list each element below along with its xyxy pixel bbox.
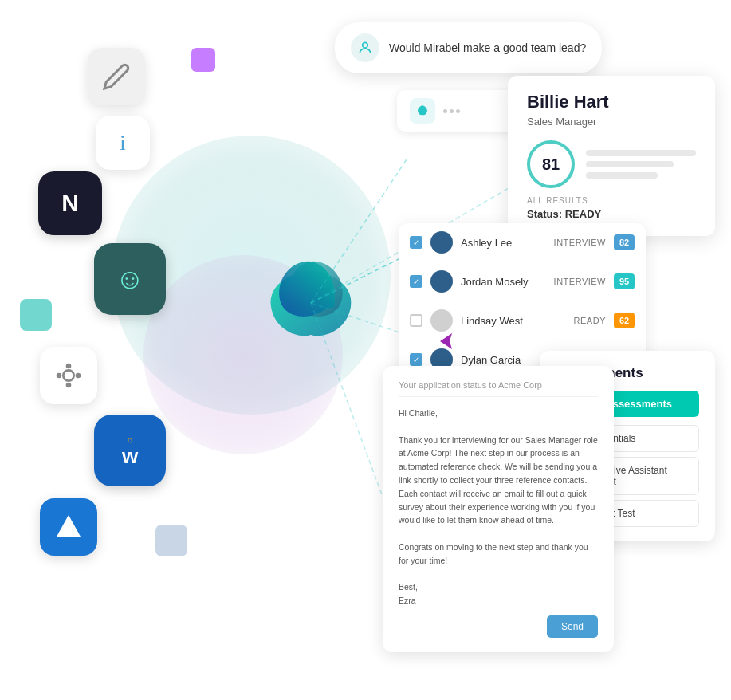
candidate-row[interactable]: Lindsay West READY 62 (399, 301, 646, 340)
app-icon-info: i (96, 116, 150, 170)
score-line-1 (586, 150, 696, 156)
svg-point-2 (67, 383, 70, 387)
score-lines (586, 150, 696, 179)
svg-point-0 (63, 370, 73, 380)
status-value: READY (565, 208, 602, 220)
gray-decoration (155, 525, 187, 556)
score-line-2 (586, 161, 674, 167)
app-icon-w: ☼ w (94, 415, 166, 486)
chat-question: Would Mirabel make a good team lead? (389, 41, 586, 54)
candidate-avatar (430, 309, 453, 332)
candidate-status: INTERVIEW (554, 277, 606, 286)
candidate-name: Jordan Mosely (461, 276, 546, 288)
candidate-score: 62 (614, 313, 635, 328)
svg-point-11 (363, 42, 368, 48)
candidate-name: Lindsay West (461, 315, 566, 327)
svg-point-1 (67, 364, 70, 368)
score-circle: 81 (527, 140, 575, 188)
arrow-pointer (440, 333, 456, 352)
candidate-row[interactable]: Jordan Mosely INTERVIEW 95 (399, 262, 646, 301)
status-label: Status: (527, 208, 562, 220)
candidate-row[interactable]: Ashley Lee INTERVIEW 82 (399, 223, 646, 262)
candidate-avatar (430, 231, 453, 254)
score-line-3 (586, 172, 658, 179)
candidate-name: Dylan Garcia (461, 354, 546, 366)
email-panel: Your application status to Acme Corp Hi … (383, 366, 614, 652)
svg-point-3 (57, 374, 61, 377)
svg-point-4 (77, 374, 80, 377)
send-button[interactable]: Send (547, 615, 598, 638)
candidate-name: Ashley Lee (461, 237, 546, 249)
mini-logo-icon (410, 98, 435, 124)
center-logo (239, 231, 383, 375)
candidate-avatar (430, 270, 453, 293)
candidate-checkbox[interactable] (410, 314, 422, 327)
chat-bubble: Would Mirabel make a good team lead? (335, 22, 602, 73)
candidate-score: 95 (614, 273, 635, 289)
candidate-checkbox[interactable] (410, 275, 422, 288)
app-icon-g (40, 347, 97, 404)
svg-marker-12 (440, 333, 452, 349)
svg-marker-5 (57, 515, 81, 537)
app-icon-n: N (38, 171, 102, 235)
app-icon-pencil (88, 48, 145, 105)
app-icon-arrow (40, 498, 97, 556)
candidate-checkbox[interactable] (410, 236, 422, 249)
chat-avatar (351, 33, 379, 62)
profile-score-row: 81 (527, 140, 696, 188)
candidate-status: READY (574, 316, 606, 325)
mini-dots (443, 109, 460, 113)
status-text: Status: READY (527, 208, 696, 220)
profile-card: Billie Hart Sales Manager 81 ALL RESULTS… (508, 76, 715, 236)
teal-decoration (20, 299, 52, 331)
email-subject: Your application status to Acme Corp (399, 380, 598, 397)
purple-decoration (191, 48, 215, 72)
candidate-score: 82 (614, 234, 635, 250)
profile-title: Sales Manager (527, 116, 696, 128)
candidate-checkbox[interactable] (410, 353, 422, 366)
email-body: Hi Charlie, Thank you for interviewing f… (399, 407, 598, 608)
all-results-label: ALL RESULTS (527, 196, 696, 205)
profile-name: Billie Hart (527, 92, 696, 112)
candidate-status: INTERVIEW (554, 238, 606, 247)
app-icon-smiley: ☺ (94, 243, 166, 315)
